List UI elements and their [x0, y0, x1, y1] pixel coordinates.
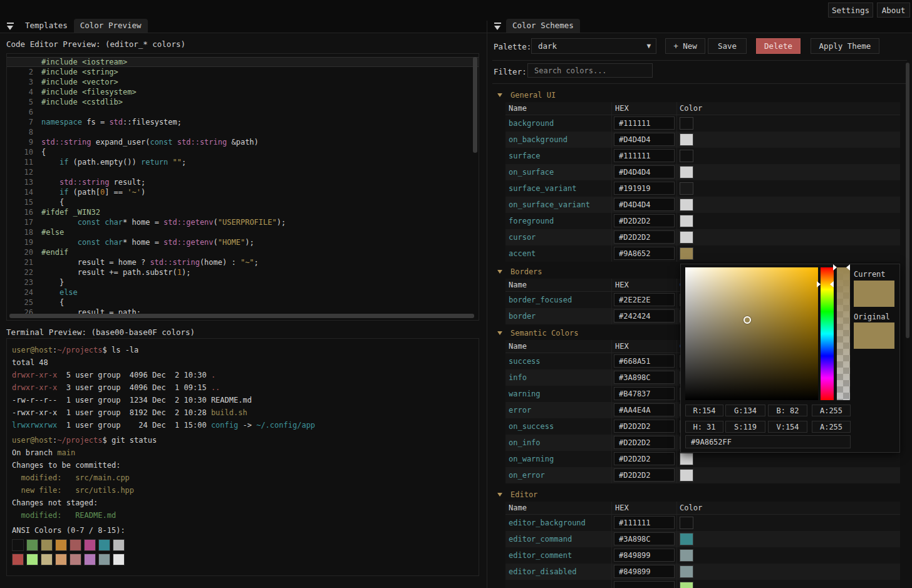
- hex-cell: [612, 213, 677, 229]
- hex-value-input[interactable]: [685, 435, 851, 448]
- hex-input[interactable]: [614, 403, 675, 416]
- code-horizontal-scrollbar[interactable]: [9, 314, 474, 318]
- color-swatch[interactable]: [680, 582, 693, 588]
- new-palette-button[interactable]: + New: [665, 38, 705, 54]
- tab-color-preview[interactable]: Color Preview: [74, 19, 148, 33]
- hex-input[interactable]: [614, 549, 675, 562]
- section-title: Semantic Colors: [510, 329, 578, 338]
- color-swatch[interactable]: [680, 133, 693, 146]
- line-number: 18: [7, 227, 33, 237]
- hex-input[interactable]: [614, 581, 675, 588]
- hex-input[interactable]: [614, 371, 675, 384]
- section-header[interactable]: Editor: [492, 488, 900, 502]
- hex-input[interactable]: [614, 387, 675, 400]
- color-swatch[interactable]: [680, 517, 693, 529]
- hex-input[interactable]: [614, 230, 675, 244]
- hex-input[interactable]: [614, 293, 675, 306]
- code-token: #else: [41, 228, 64, 237]
- code-vertical-scrollbar[interactable]: [473, 57, 477, 153]
- color-swatch[interactable]: [680, 199, 693, 211]
- search-input[interactable]: [527, 63, 653, 78]
- line-number: 14: [7, 187, 33, 197]
- collapse-panel-icon[interactable]: [6, 22, 15, 31]
- settings-button[interactable]: Settings: [828, 3, 873, 18]
- alpha-field-hsv[interactable]: A:255: [812, 421, 851, 433]
- green-field[interactable]: G:134: [725, 405, 765, 416]
- tab-color-schemes[interactable]: Color Schemes: [506, 19, 580, 33]
- code-token: ): [141, 188, 145, 197]
- color-swatch[interactable]: [680, 231, 693, 244]
- hex-input[interactable]: [614, 309, 675, 322]
- code-text: result = home ? std::string(home) : "~";: [41, 257, 259, 267]
- sv-cursor[interactable]: [744, 316, 751, 324]
- column-header-name: Name: [505, 279, 612, 291]
- alpha-slider[interactable]: [837, 267, 850, 400]
- color-swatch[interactable]: [680, 117, 693, 130]
- hex-input[interactable]: [614, 532, 675, 545]
- filter-label: Filter:: [494, 67, 527, 76]
- code-token: const: [78, 238, 100, 247]
- hue-field[interactable]: H: 31: [685, 421, 723, 433]
- collapse-triangle-icon: [7, 26, 13, 30]
- code-token: (: [214, 218, 218, 227]
- collapse-schemes-icon[interactable]: [494, 22, 502, 31]
- color-name: [505, 580, 612, 588]
- delete-button[interactable]: Delete: [756, 38, 801, 54]
- code-text: #include <filesystem>: [41, 87, 137, 97]
- hex-input[interactable]: [614, 116, 675, 130]
- code-text: #include <iostream>: [41, 57, 127, 67]
- hex-input[interactable]: [614, 149, 675, 162]
- code-token: const: [150, 138, 172, 147]
- right-panel-scrollbar[interactable]: [906, 63, 909, 338]
- red-field[interactable]: R:154: [685, 405, 723, 416]
- saturation-field[interactable]: S:119: [725, 421, 765, 433]
- alpha-field[interactable]: A:255: [812, 405, 851, 416]
- code-token: * home =: [123, 218, 163, 227]
- original-color-swatch[interactable]: [854, 322, 894, 349]
- code-token: {: [41, 148, 46, 157]
- hex-input[interactable]: [614, 565, 675, 578]
- palette-dropdown[interactable]: dark ▼: [531, 38, 656, 54]
- hex-input[interactable]: [614, 420, 675, 433]
- hex-cell: [612, 547, 677, 564]
- color-swatch[interactable]: [680, 150, 693, 162]
- ansi-color-swatch: [41, 554, 53, 565]
- hex-input[interactable]: [614, 214, 675, 227]
- color-swatch[interactable]: [680, 166, 693, 178]
- hex-input[interactable]: [614, 452, 675, 465]
- hex-input[interactable]: [614, 133, 675, 146]
- terminal-token: drwxr-xr-x: [12, 383, 57, 392]
- section-header[interactable]: General UI: [492, 88, 900, 102]
- color-swatch[interactable]: [680, 453, 693, 465]
- color-swatch[interactable]: [680, 533, 693, 545]
- blue-field[interactable]: B: 82: [768, 405, 807, 416]
- terminal-line: new file: src/utils.hpp: [7, 484, 479, 497]
- value-field[interactable]: V:154: [768, 421, 807, 433]
- color-swatch[interactable]: [680, 247, 693, 260]
- color-swatch[interactable]: [680, 182, 693, 195]
- tab-templates[interactable]: Templates: [19, 19, 74, 33]
- hex-input[interactable]: [614, 165, 675, 178]
- hex-input[interactable]: [614, 436, 675, 449]
- color-swatch[interactable]: [680, 469, 693, 482]
- color-name: border_focused: [505, 292, 612, 308]
- saturation-value-area[interactable]: [685, 267, 818, 400]
- hex-input[interactable]: [614, 182, 675, 195]
- code-line: 5#include <cstdlib>: [7, 97, 479, 107]
- terminal-token: ~/.config/app: [256, 421, 315, 430]
- color-swatch[interactable]: [680, 565, 693, 578]
- hex-input[interactable]: [614, 247, 675, 260]
- table-header-row: NameHEXColor: [505, 502, 900, 515]
- table-row: background: [505, 115, 900, 132]
- save-button[interactable]: Save: [708, 38, 747, 54]
- color-swatch[interactable]: [680, 215, 693, 227]
- hex-input[interactable]: [614, 516, 675, 529]
- hex-input[interactable]: [614, 198, 675, 211]
- about-button[interactable]: About: [877, 3, 910, 18]
- apply-theme-button[interactable]: Apply Theme: [811, 38, 879, 54]
- code-token: ] ==: [105, 188, 127, 197]
- hex-input[interactable]: [614, 468, 675, 482]
- color-picker-popup: Current Original R:154 G:134 B: 82 A:255…: [680, 264, 900, 453]
- hex-input[interactable]: [614, 354, 675, 368]
- color-swatch[interactable]: [680, 549, 693, 562]
